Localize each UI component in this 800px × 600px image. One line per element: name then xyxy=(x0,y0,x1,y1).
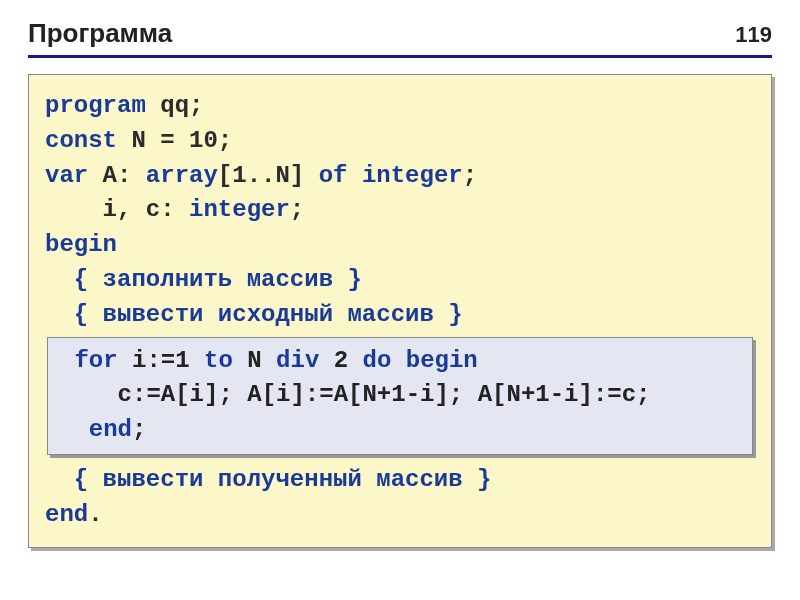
code-line: for i:=1 to N div 2 do begin xyxy=(60,344,746,379)
code-text xyxy=(60,416,89,443)
keyword: array xyxy=(146,162,218,189)
code-text xyxy=(347,162,361,189)
code-text: i:=1 xyxy=(118,347,204,374)
code-line: program qq; xyxy=(45,89,755,124)
code-line: var A: array[1..N] of integer; xyxy=(45,159,755,194)
page-number: 119 xyxy=(735,22,772,48)
keyword: end xyxy=(45,501,88,528)
code-line: { вывести полученный массив } xyxy=(45,463,755,498)
code-text: ; xyxy=(463,162,477,189)
code-text xyxy=(45,301,74,328)
keyword: end xyxy=(89,416,132,443)
code-text: N = 10; xyxy=(117,127,232,154)
code-line: begin xyxy=(45,228,755,263)
code-line: { вывести исходный массив } xyxy=(45,298,755,333)
code-text xyxy=(45,266,74,293)
comment: { вывести полученный массив } xyxy=(74,466,492,493)
comment: { вывести исходный массив } xyxy=(74,301,463,328)
divider xyxy=(28,55,772,58)
code-line: end; xyxy=(60,413,746,448)
keyword: var xyxy=(45,162,88,189)
keyword: integer xyxy=(362,162,463,189)
keyword: for xyxy=(74,347,117,374)
comment: { заполнить массив } xyxy=(74,266,362,293)
code-text: ; xyxy=(132,416,146,443)
keyword: program xyxy=(45,92,146,119)
slide-title: Программа xyxy=(28,18,172,49)
keyword: begin xyxy=(45,231,117,258)
keyword: integer xyxy=(189,196,290,223)
code-text: ; xyxy=(290,196,304,223)
code-text: . xyxy=(88,501,102,528)
keyword: const xyxy=(45,127,117,154)
slide-header: Программа 119 xyxy=(28,18,772,49)
highlighted-code-block: for i:=1 to N div 2 do begin c:=A[i]; A[… xyxy=(47,337,753,455)
keyword: div xyxy=(276,347,319,374)
code-line: i, c: integer; xyxy=(45,193,755,228)
code-text: c:=A[i]; A[i]:=A[N+1-i]; A[N+1-i]:=c; xyxy=(60,381,651,408)
code-text: 2 xyxy=(319,347,362,374)
code-block: program qq; const N = 10; var A: array[1… xyxy=(28,74,772,548)
code-line: const N = 10; xyxy=(45,124,755,159)
keyword: do xyxy=(363,347,392,374)
code-line: { заполнить массив } xyxy=(45,263,755,298)
keyword: to xyxy=(204,347,233,374)
code-line: end. xyxy=(45,498,755,533)
code-text: N xyxy=(233,347,276,374)
code-text: qq; xyxy=(146,92,204,119)
code-text xyxy=(45,466,74,493)
code-text: A: xyxy=(88,162,146,189)
code-text: [1..N] xyxy=(218,162,319,189)
keyword: of xyxy=(319,162,348,189)
code-text xyxy=(391,347,405,374)
keyword: begin xyxy=(406,347,478,374)
code-text: i, c: xyxy=(45,196,189,223)
code-text xyxy=(60,347,74,374)
code-line: c:=A[i]; A[i]:=A[N+1-i]; A[N+1-i]:=c; xyxy=(60,378,746,413)
